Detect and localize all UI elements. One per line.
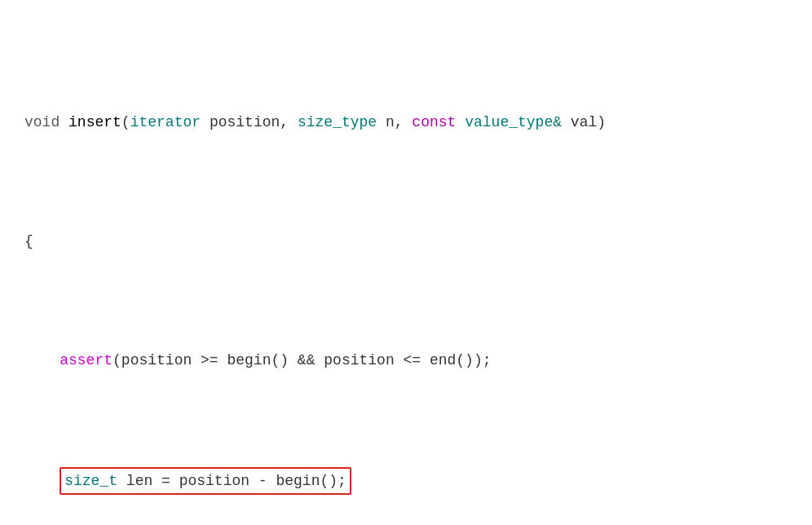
param2-type: size_type <box>298 114 377 130</box>
line-size-t: size_t len = position - begin(); <box>24 467 788 496</box>
param3-type: value_type& <box>465 114 562 130</box>
indent-size-t <box>24 473 60 489</box>
param1-name: position, <box>210 114 298 130</box>
const-keyword: const <box>412 114 456 130</box>
param2-name: n, <box>386 114 412 130</box>
size-t-type: size_t <box>64 473 117 489</box>
indent-assert <box>24 352 60 368</box>
code-block: void insert(iterator position, size_type… <box>24 16 788 525</box>
fn-insert: insert <box>68 114 121 130</box>
signature-line: void insert(iterator position, size_type… <box>24 110 788 135</box>
open-brace-1: { <box>24 233 33 249</box>
size-t-rest: len = position - begin(); <box>117 473 346 489</box>
param3-name: val) <box>571 114 606 130</box>
paren-open: ( <box>121 114 130 130</box>
line-assert: assert(position >= begin() && position <… <box>24 348 788 373</box>
line-open-brace-1: { <box>24 229 788 254</box>
param1-type: iterator <box>130 114 201 130</box>
assert-args: (position >= begin() && position <= end(… <box>113 352 491 368</box>
void-keyword: void <box>24 114 60 130</box>
size-t-highlighted: size_t len = position - begin(); <box>60 467 351 496</box>
assert-keyword: assert <box>60 352 113 368</box>
